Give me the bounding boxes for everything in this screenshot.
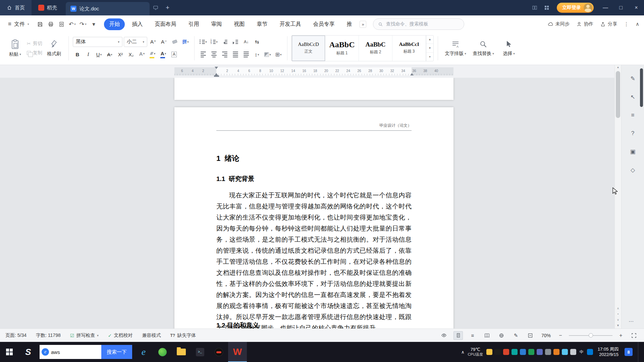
text-layout-button[interactable]: A 文字排版▾ xyxy=(442,35,469,62)
tray-network-icon[interactable] xyxy=(570,349,576,355)
style-heading1[interactable]: AaBbC 标题 1 xyxy=(325,36,359,61)
body-paragraph[interactable]: 现在大家正处于互联网加的时代，这个时代它就是一个信息内容无比丰富，信息处理与管理… xyxy=(216,190,412,328)
zoom-out-button[interactable]: − xyxy=(557,333,564,339)
annotate-pen-icon[interactable]: ✎ xyxy=(630,75,635,82)
underline-button[interactable]: U▾ xyxy=(94,50,104,59)
tray-gray-icon[interactable] xyxy=(545,349,551,355)
ie-browser-button[interactable]: e xyxy=(134,342,153,362)
superscript-button[interactable]: X² xyxy=(116,50,125,59)
line-spacing-button[interactable]: ↕▾ xyxy=(252,50,262,59)
missing-font-button[interactable]: T? 缺失字体 xyxy=(170,333,196,339)
word-count[interactable]: 字数: 11798 xyxy=(36,333,61,339)
paste-button[interactable]: 粘贴▾ xyxy=(5,35,25,62)
tab-page-layout[interactable]: 页面布局 xyxy=(150,18,181,30)
sort-button[interactable]: A↓ xyxy=(241,37,251,47)
document-tab[interactable]: W 论文.doc xyxy=(66,2,150,15)
shrink-font-button[interactable]: A⁻ xyxy=(159,37,169,47)
style-heading2[interactable]: AaBbC 标题 2 xyxy=(359,36,392,61)
find-replace-button[interactable]: 查找替换▾ xyxy=(469,35,498,62)
browser-360-button[interactable] xyxy=(153,342,172,362)
command-search-box[interactable]: 查找命令、搜索模板 xyxy=(373,18,464,30)
right-indent-marker[interactable] xyxy=(410,71,414,75)
hanging-indent-marker[interactable] xyxy=(215,71,218,75)
tab-more[interactable]: 推 xyxy=(341,18,357,30)
decrease-indent-button[interactable] xyxy=(220,37,229,47)
maximize-button[interactable]: □ xyxy=(613,0,629,15)
tray-red-icon[interactable] xyxy=(503,349,509,355)
current-page[interactable]: 毕业设计（论文） 1 绪论 1.1 研究背景 现在大家正处于互联网加的时代，这个… xyxy=(174,107,453,328)
web-view-button[interactable] xyxy=(497,331,506,340)
cut-button[interactable]: ✂ 剪切 xyxy=(27,41,42,47)
zoom-in-button[interactable]: + xyxy=(618,333,624,339)
tab-dev-tools[interactable]: 开发工具 xyxy=(274,18,306,30)
page-view-button[interactable] xyxy=(453,331,463,340)
search-assistant-button[interactable]: S xyxy=(19,342,38,362)
more-tools-icon[interactable]: ⋯ xyxy=(622,318,641,324)
italic-button[interactable]: I xyxy=(84,50,93,59)
pinyin-guide-button[interactable]: 拼▾ xyxy=(181,37,190,47)
tray-purple-icon[interactable] xyxy=(537,349,543,355)
collaborate-button[interactable]: 协作 xyxy=(576,21,593,27)
scroll-down-button[interactable]: ▼ xyxy=(616,324,620,327)
char-border-button[interactable]: A xyxy=(169,50,179,59)
show-desktop-button[interactable] xyxy=(638,342,641,362)
customize-quick-access-button[interactable]: ▾ xyxy=(89,19,99,29)
align-distribute-button[interactable] xyxy=(241,50,251,59)
gallery-down-button[interactable]: ▼ xyxy=(426,44,433,53)
previous-page-button[interactable]: ∧ xyxy=(617,307,619,310)
save-button[interactable] xyxy=(35,19,45,29)
style-normal[interactable]: AaBbCcD 正文 xyxy=(292,36,325,61)
style-heading3[interactable]: AaBbCcI 标题 3 xyxy=(392,36,426,61)
tray-expand-icon[interactable]: ∧ xyxy=(461,350,465,355)
browse-object-button[interactable]: • xyxy=(618,312,619,316)
tray-lightblue-icon[interactable] xyxy=(562,349,568,355)
tab-start[interactable]: 开始 xyxy=(104,18,125,30)
align-right-button[interactable] xyxy=(220,50,229,59)
fullscreen-button[interactable] xyxy=(629,331,639,340)
tray-ime-icon[interactable]: 中 xyxy=(579,349,585,355)
previous-page-bottom[interactable] xyxy=(174,78,453,100)
gallery-more-button[interactable]: ▾ xyxy=(426,53,433,61)
tray-qq-icon[interactable] xyxy=(495,349,501,355)
page-header[interactable]: 毕业设计（论文） xyxy=(216,123,412,131)
print-button[interactable] xyxy=(46,19,56,29)
first-line-indent-marker[interactable] xyxy=(215,67,218,71)
bullets-button[interactable]: ▾ xyxy=(199,37,208,47)
clear-format-button[interactable] xyxy=(170,37,179,47)
tab-view[interactable]: 视图 xyxy=(229,18,250,30)
navigation-pane-icon[interactable]: ▣ xyxy=(630,148,635,155)
read-view-button[interactable] xyxy=(482,331,492,340)
new-tab-button[interactable]: + xyxy=(162,4,173,11)
tray-win-icon[interactable] xyxy=(587,349,593,355)
start-button[interactable] xyxy=(0,342,19,362)
align-left-button[interactable] xyxy=(199,50,208,59)
borders-button[interactable]: ⊞▾ xyxy=(274,50,283,59)
screen-share-icon[interactable] xyxy=(150,5,162,10)
tab-review[interactable]: 审阅 xyxy=(206,18,227,30)
outline-view-button[interactable]: ≡ xyxy=(468,331,477,340)
zoom-level[interactable]: 70% xyxy=(540,333,552,338)
font-name-select[interactable]: 黑体 ▾ xyxy=(73,37,122,47)
next-page-button[interactable]: ∨ xyxy=(617,318,619,321)
zoom-slider-knob[interactable] xyxy=(589,333,593,338)
help-icon[interactable]: ? xyxy=(631,130,634,137)
scrollbar-thumb[interactable] xyxy=(616,71,620,118)
file-explorer-button[interactable] xyxy=(172,342,191,362)
wps-taskbar-button[interactable]: W xyxy=(228,342,247,362)
cpu-temp-widget[interactable]: 79℃ CPU温度 xyxy=(468,347,483,357)
align-center-button[interactable] xyxy=(209,50,219,59)
notification-badge[interactable]: 8 xyxy=(625,348,633,356)
strikethrough-button[interactable]: A▾ xyxy=(105,50,114,59)
document-canvas[interactable]: 毕业设计（论文） 1 绪论 1.1 研究背景 现在大家正处于互联网加的时代，这个… xyxy=(0,78,614,328)
tray-orange-icon[interactable] xyxy=(553,349,559,355)
spell-check-button[interactable]: ☑ 拼写检查 ▾ xyxy=(70,333,99,339)
docer-tab[interactable]: 稻壳 xyxy=(32,0,64,15)
increase-indent-button[interactable] xyxy=(231,37,240,47)
format-painter-button[interactable]: 格式刷 xyxy=(44,35,64,62)
font-color-button[interactable]: A▾ xyxy=(159,50,168,59)
media-app-button[interactable] xyxy=(209,342,228,362)
tray-weather-icon[interactable] xyxy=(486,349,492,355)
edit-mode-icon[interactable]: ✎ xyxy=(511,331,521,340)
login-button[interactable]: 立即登录 xyxy=(557,3,594,13)
page-indicator[interactable]: 页面: 5/34 xyxy=(5,333,26,339)
